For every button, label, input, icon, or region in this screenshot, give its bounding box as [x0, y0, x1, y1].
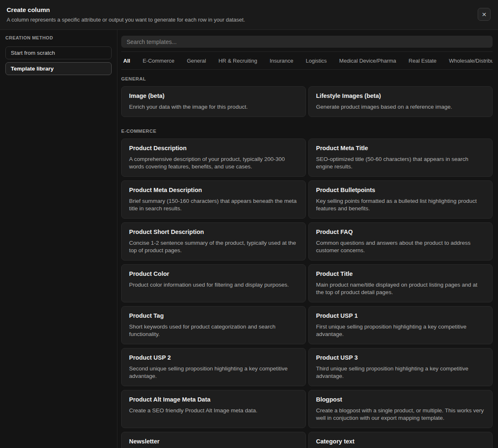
card-description: Product color information used for filte…: [129, 281, 298, 289]
card-title: Product Meta Description: [129, 186, 298, 194]
card-title: Product Short Description: [129, 228, 298, 236]
template-card-grid: Image (beta)Enrich your data with the im…: [121, 86, 493, 117]
modal-subtitle: A column represents a specific attribute…: [7, 17, 491, 23]
card-title: Product USP 3: [316, 354, 485, 362]
card-title: Category text: [316, 438, 485, 446]
creation-method-template-library[interactable]: Template library: [5, 62, 112, 75]
template-card-newsletter[interactable]: NewsletterCreate an autonomous newslette…: [121, 432, 306, 448]
template-card-product-alt-image-meta-data[interactable]: Product Alt Image Meta DataCreate a SEO …: [121, 390, 306, 428]
card-title: Lifestyle Images (beta): [316, 92, 485, 100]
template-card-product-meta-title[interactable]: Product Meta TitleSEO-optimized title (5…: [308, 139, 493, 177]
card-description: A comprehensive description of your prod…: [129, 156, 298, 171]
card-title: Product Meta Title: [316, 144, 485, 152]
tab-wholesale-distributors[interactable]: Wholesale/Distributors: [449, 58, 493, 64]
card-description: Third unique selling proposition highlig…: [316, 365, 485, 380]
card-description: Brief summary (150-160 characters) that …: [129, 197, 298, 213]
card-description: Key selling points formatted as a bullet…: [316, 197, 485, 213]
card-description: Main product name/title displayed on pro…: [316, 281, 485, 297]
template-card-lifestyle-images-beta[interactable]: Lifestyle Images (beta)Generate product …: [308, 86, 493, 117]
tab-general[interactable]: General: [187, 58, 206, 64]
tab-e-commerce[interactable]: E-Commerce: [143, 58, 175, 64]
card-description: Short keywords used for product categori…: [129, 323, 298, 338]
close-button[interactable]: ✕: [478, 8, 491, 21]
template-card-product-tag[interactable]: Product TagShort keywords used for produ…: [121, 306, 306, 344]
template-browser: AllE-CommerceGeneralHR & RecruitingInsur…: [117, 30, 498, 448]
creation-method-list: Start from scratchTemplate library: [5, 46, 112, 75]
template-card-product-short-description[interactable]: Product Short DescriptionConcise 1-2 sen…: [121, 222, 306, 261]
section-label: E-COMMERCE: [121, 129, 493, 134]
template-card-product-title[interactable]: Product TitleMain product name/title dis…: [308, 264, 493, 302]
card-title: Image (beta): [129, 92, 298, 100]
card-description: Second unique selling proposition highli…: [129, 365, 298, 380]
card-title: Newsletter: [129, 438, 298, 446]
card-title: Product Title: [316, 270, 485, 278]
section-label: GENERAL: [121, 76, 493, 81]
card-title: Product Bulletpoints: [316, 186, 485, 194]
template-card-product-meta-description[interactable]: Product Meta DescriptionBrief summary (1…: [121, 180, 306, 219]
tab-logistics[interactable]: Logistics: [306, 58, 327, 64]
template-card-product-usp-2[interactable]: Product USP 2Second unique selling propo…: [121, 348, 306, 386]
creation-method-label: CREATION METHOD: [5, 35, 112, 40]
close-icon: ✕: [482, 12, 487, 17]
modal-body: CREATION METHOD Start from scratchTempla…: [0, 30, 498, 448]
section-e-commerce: E-COMMERCEProduct DescriptionA comprehen…: [121, 129, 493, 448]
creation-method-start-from-scratch[interactable]: Start from scratch: [5, 46, 112, 59]
template-card-image-beta[interactable]: Image (beta)Enrich your data with the im…: [121, 86, 306, 117]
card-description: Common questions and answers about the p…: [316, 239, 485, 255]
card-description: First unique selling proposition highlig…: [316, 323, 485, 338]
card-description: Generate product images based on a refer…: [316, 103, 485, 111]
template-sections: GENERALImage (beta)Enrich your data with…: [121, 76, 493, 448]
card-title: Product Tag: [129, 312, 298, 320]
template-card-product-description[interactable]: Product DescriptionA comprehensive descr…: [121, 139, 306, 177]
creation-method-sidebar: CREATION METHOD Start from scratchTempla…: [0, 30, 117, 448]
tab-real-estate[interactable]: Real Estate: [409, 58, 437, 64]
card-title: Product USP 2: [129, 354, 298, 362]
card-title: Product Alt Image Meta Data: [129, 396, 298, 404]
card-title: Product USP 1: [316, 312, 485, 320]
template-card-category-text[interactable]: Category textCreate a categorytext based…: [308, 432, 493, 448]
card-title: Product Description: [129, 144, 298, 152]
card-title: Product Color: [129, 270, 298, 278]
tab-medical-device-pharma[interactable]: Medical Device/Pharma: [339, 58, 396, 64]
template-card-blogpost[interactable]: BlogpostCreate a blogpost with a single …: [308, 390, 493, 428]
card-description: Concise 1-2 sentence summary of the prod…: [129, 239, 298, 255]
template-card-product-usp-3[interactable]: Product USP 3Third unique selling propos…: [308, 348, 493, 386]
section-general: GENERALImage (beta)Enrich your data with…: [121, 76, 493, 117]
template-card-grid: Product DescriptionA comprehensive descr…: [121, 139, 493, 448]
card-title: Blogpost: [316, 396, 485, 404]
card-description: Enrich your data with the image for this…: [129, 103, 298, 111]
modal-header: Create column A column represents a spec…: [0, 0, 498, 30]
template-card-product-bulletpoints[interactable]: Product BulletpointsKey selling points f…: [308, 180, 493, 219]
template-card-product-usp-1[interactable]: Product USP 1First unique selling propos…: [308, 306, 493, 344]
category-tabs: AllE-CommerceGeneralHR & RecruitingInsur…: [121, 51, 493, 70]
search-input[interactable]: [121, 36, 493, 48]
create-column-modal: Create column A column represents a spec…: [0, 0, 498, 448]
modal-title: Create column: [7, 6, 491, 14]
tab-all[interactable]: All: [123, 58, 130, 64]
template-card-product-color[interactable]: Product ColorProduct color information u…: [121, 264, 306, 302]
card-description: Create a SEO friendly Product Alt Image …: [129, 407, 298, 415]
card-description: SEO-optimized title (50-60 characters) t…: [316, 156, 485, 171]
card-title: Product FAQ: [316, 228, 485, 236]
tab-insurance[interactable]: Insurance: [270, 58, 293, 64]
card-description: Create a blogpost with a single product,…: [316, 407, 485, 422]
tab-hr-recruiting[interactable]: HR & Recruiting: [218, 58, 257, 64]
template-card-product-faq[interactable]: Product FAQCommon questions and answers …: [308, 222, 493, 261]
